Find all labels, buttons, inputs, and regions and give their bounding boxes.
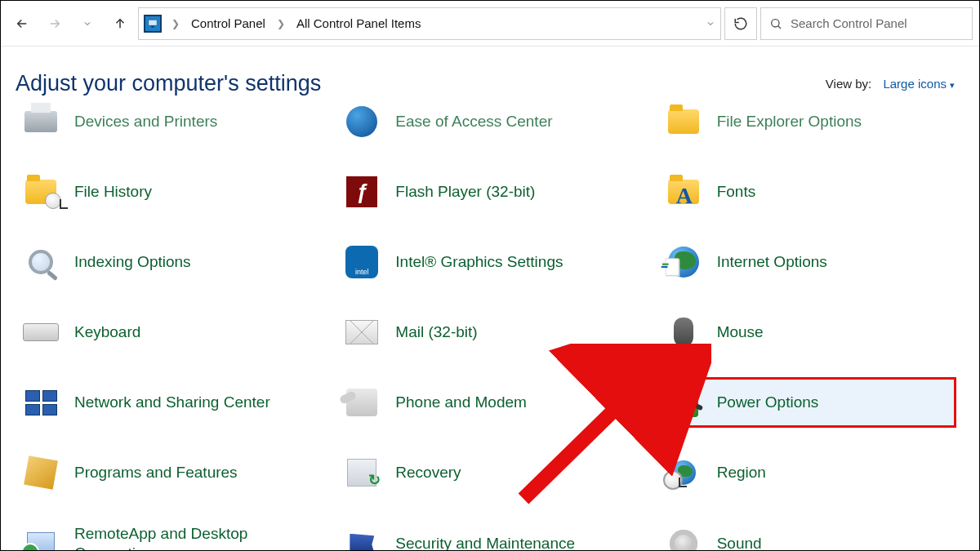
chevron-right-icon: ❯ [272,18,290,29]
item-label: Programs and Features [74,463,238,482]
internet-icon [665,243,702,281]
address-toolbar: ❯ Control Panel ❯ All Control Panel Item… [1,1,979,47]
control-panel-item[interactable]: Programs and Features [16,449,312,496]
flash-icon: ƒ [343,173,381,211]
item-label: Mail (32-bit) [395,322,477,342]
region-icon [665,454,702,491]
remoteapp-icon [22,525,60,551]
item-label: File History [74,182,152,202]
control-panel-item[interactable]: Power Options [658,379,955,426]
svg-rect-0 [149,20,158,25]
mail-icon [343,313,381,351]
item-label: Sound [717,534,762,551]
item-label: Recovery [395,463,461,482]
network-icon [22,384,60,421]
chevron-right-icon: ❯ [167,18,185,29]
folder-clock-icon [22,173,60,211]
page-title: Adjust your computer's settings [16,71,321,96]
control-panel-item[interactable]: RemoteApp and Desktop Connections [16,519,312,551]
item-label: Flash Player (32-bit) [395,182,535,202]
security-icon [343,525,381,551]
item-label: Intel® Graphics Settings [395,252,563,272]
control-panel-item[interactable]: ƒFlash Player (32-bit) [336,168,633,216]
item-label: Security and Maintenance [395,534,575,551]
item-label: Internet Options [717,252,827,272]
forward-arrow-icon [47,16,62,31]
back-arrow-icon [15,16,29,31]
intel-icon: intel [343,243,381,281]
forward-button[interactable] [40,9,69,38]
sound-icon [665,525,702,551]
view-by-value[interactable]: Large icons [875,77,947,91]
up-arrow-icon [113,16,127,31]
item-label: Fonts [717,182,756,202]
control-panel-item[interactable]: Ease of Access Center [336,98,633,145]
back-button[interactable] [7,9,37,38]
item-label: Network and Sharing Center [74,393,270,412]
item-label: Keyboard [74,322,140,342]
refresh-icon [733,16,748,31]
item-label: Devices and Printers [74,112,217,131]
breadcrumb-control-panel[interactable]: Control Panel [189,16,267,30]
svg-rect-2 [151,25,154,27]
control-panel-item[interactable]: Security and Maintenance [336,520,633,551]
search-icon [769,17,782,30]
control-panel-item[interactable]: intelIntel® Graphics Settings [336,238,633,286]
item-label: Indexing Options [74,252,191,272]
chevron-down-icon[interactable] [706,19,715,29]
chevron-down-icon [82,19,92,29]
control-panel-item[interactable]: File History [16,168,312,216]
control-panel-icon [144,15,162,33]
fonts-icon: A [665,173,702,211]
control-panel-item[interactable]: Region [658,449,955,496]
recovery-icon [343,454,381,491]
control-panel-item[interactable]: Devices and Printers [16,98,312,145]
indexing-icon [22,243,60,281]
item-label: Ease of Access Center [395,112,552,131]
item-label: RemoteApp and Desktop Connections [74,524,305,551]
control-panel-item[interactable]: Mail (32-bit) [336,309,633,356]
control-panel-item[interactable]: Indexing Options [16,238,312,286]
control-panel-item[interactable]: Phone and Modem [336,379,633,426]
address-bar[interactable]: ❯ Control Panel ❯ All Control Panel Item… [138,7,721,40]
recent-locations-button[interactable] [73,9,102,38]
items-grid: Devices and PrintersEase of Access Cente… [1,103,979,551]
printer-icon [22,103,60,140]
caret-down-icon: ▾ [950,80,955,90]
phone-icon [343,384,381,421]
search-box[interactable]: Search Control Panel [760,7,973,40]
item-label: Region [717,463,766,482]
search-placeholder: Search Control Panel [791,16,907,30]
control-panel-item[interactable]: File Explorer Options [658,98,955,145]
svg-point-3 [772,19,779,26]
item-label: Mouse [717,322,764,342]
up-button[interactable] [105,9,135,38]
control-panel-item[interactable]: AFonts [658,168,955,216]
control-panel-item[interactable]: Recovery [336,449,633,496]
power-icon [665,384,702,421]
mouse-icon [665,313,702,351]
control-panel-item[interactable]: Keyboard [16,309,312,356]
programs-icon [22,454,60,491]
control-panel-item[interactable]: Network and Sharing Center [16,379,312,426]
breadcrumb-all-items[interactable]: All Control Panel Items [295,16,423,30]
control-panel-item[interactable]: Mouse [658,309,955,356]
ease-of-access-icon [343,103,381,140]
keyboard-icon [22,313,60,351]
folder-icon [665,103,702,140]
item-label: Power Options [717,393,819,412]
refresh-button[interactable] [724,7,757,40]
view-by-control[interactable]: View by: Large icons▾ [826,77,955,91]
control-panel-item[interactable]: Internet Options [658,238,955,286]
control-panel-item[interactable]: Sound [658,520,955,551]
item-label: File Explorer Options [717,112,862,131]
view-by-label: View by: [826,77,871,91]
item-label: Phone and Modem [395,393,527,412]
